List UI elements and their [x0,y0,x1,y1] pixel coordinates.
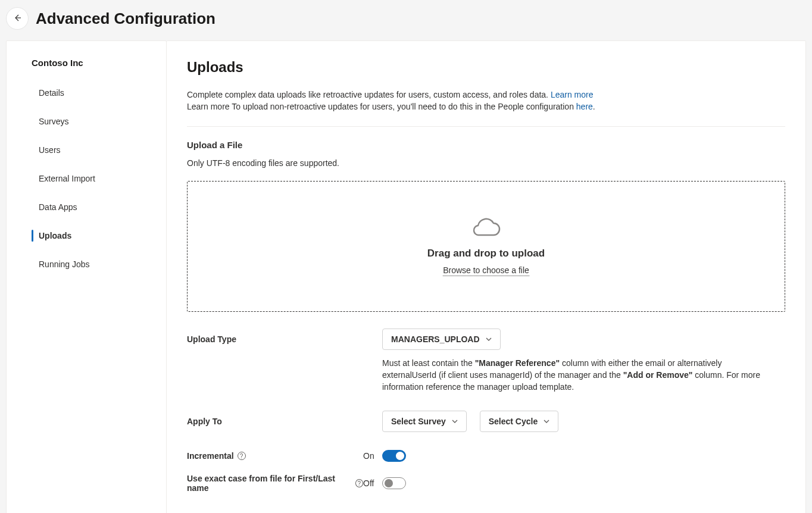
main-content: Uploads Complete complex data uploads li… [167,40,806,513]
intro-line2-post: . [593,102,595,111]
upload-file-label: Upload a File [187,140,785,150]
upload-type-label: Upload Type [187,329,382,344]
sidebar-item-data-apps[interactable]: Data Apps [7,193,166,221]
people-config-link[interactable]: here [576,102,593,111]
select-cycle-value: Select Cycle [489,417,538,426]
sidebar-item-uploads[interactable]: Uploads [7,221,166,250]
sidebar-item-running-jobs[interactable]: Running Jobs [7,250,166,279]
main-heading: Uploads [187,59,785,76]
upload-type-value: MANAGERS_UPLOAD [391,334,480,344]
sidebar-item-external-import[interactable]: External Import [7,164,166,193]
intro-line1: Complete complex data uploads like retro… [187,90,551,99]
exact-case-toggle[interactable] [382,477,406,489]
sidebar-item-details[interactable]: Details [7,79,166,107]
incremental-toggle[interactable] [382,450,406,462]
incremental-state: On [363,451,382,461]
page-title: Advanced Configuration [36,10,216,28]
chevron-down-icon [486,334,492,344]
apply-to-label: Apply To [187,411,382,426]
upload-type-help: Must at least contain the "Manager Refer… [382,357,763,393]
arrow-left-icon [13,13,22,24]
back-button[interactable] [6,7,29,30]
learn-more-link[interactable]: Learn more [551,90,594,99]
chevron-down-icon [544,417,549,426]
browse-file-link[interactable]: Browse to choose a file [443,265,529,276]
exact-case-label: Use exact case from file for First/Last … [187,474,363,493]
help-icon[interactable]: ? [238,452,246,460]
incremental-label: Incremental ? [187,451,363,461]
chevron-down-icon [452,417,458,426]
select-survey-value: Select Survey [391,417,446,426]
select-survey-dropdown[interactable]: Select Survey [382,411,467,432]
exact-case-state: Off [363,478,382,488]
sidebar-item-surveys[interactable]: Surveys [7,107,166,136]
help-icon[interactable]: ? [355,479,363,487]
select-cycle-dropdown[interactable]: Select Cycle [480,411,559,432]
file-dropzone[interactable]: Drag and drop to upload Browse to choose… [187,181,785,312]
upload-type-select[interactable]: MANAGERS_UPLOAD [382,329,501,350]
intro-text: Complete complex data uploads like retro… [187,89,785,127]
org-name: Contoso Inc [7,58,166,79]
sidebar: Contoso Inc Details Surveys Users Extern… [6,40,167,513]
dropzone-title: Drag and drop to upload [427,248,545,259]
intro-line2: Learn more To upload non-retroactive upd… [187,102,576,111]
sidebar-item-users[interactable]: Users [7,136,166,164]
encoding-hint: Only UTF-8 encoding files are supported. [187,158,785,168]
cloud-icon [472,216,501,242]
